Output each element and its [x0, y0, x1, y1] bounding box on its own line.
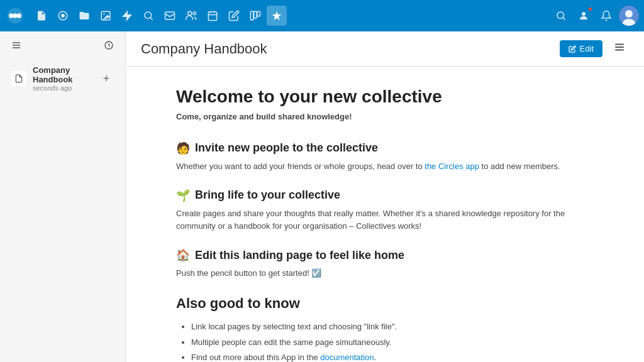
- svg-rect-14: [254, 11, 257, 18]
- page-title: Company Handbook: [141, 41, 552, 57]
- sidebar-item-name: Company Handbook: [33, 65, 92, 84]
- search-top-icon[interactable]: [551, 6, 571, 26]
- invite-emoji: 🧑: [176, 141, 190, 155]
- svg-point-3: [17, 13, 21, 18]
- list-item: Link local pages by selecting text and c…: [191, 319, 594, 335]
- collectives-icon[interactable]: [267, 6, 287, 26]
- app-layout: Company Handbook seconds ago + Company H…: [0, 31, 644, 362]
- top-navigation: [0, 0, 644, 31]
- main-content: Company Handbook Edit Welcome to your ne…: [126, 31, 644, 362]
- list-item: Find out more about this App in the docu…: [191, 350, 594, 362]
- svg-point-7: [103, 13, 104, 14]
- svg-point-16: [557, 12, 564, 19]
- main-header: Company Handbook Edit: [126, 31, 644, 67]
- sidebar-header-icons: [8, 36, 25, 54]
- notifications-icon[interactable]: [596, 6, 616, 26]
- section-edit-heading: 🏠 Edit this landing page to feel like ho…: [176, 248, 594, 262]
- sidebar-menu-icon[interactable]: [8, 36, 25, 54]
- sidebar-history-icon[interactable]: [100, 36, 118, 54]
- section-bringlife-heading: 🌱 Bring life to your collective: [176, 189, 594, 202]
- svg-rect-13: [251, 11, 254, 20]
- svg-point-10: [188, 11, 192, 15]
- bringlife-emoji: 🌱: [176, 189, 190, 202]
- handbook-page-icon: [11, 71, 26, 86]
- sidebar-header: [0, 31, 125, 59]
- also-list: Link local pages by selecting text and c…: [176, 319, 594, 362]
- folder-icon[interactable]: [74, 6, 94, 26]
- sidebar-item-handbook[interactable]: Company Handbook seconds ago +: [4, 60, 121, 97]
- svg-rect-15: [257, 11, 260, 16]
- circles-app-link[interactable]: the Circles app: [425, 162, 479, 171]
- list-item: Multiple people can edit the same page s…: [191, 335, 594, 351]
- svg-rect-9: [165, 12, 175, 19]
- profile-icon[interactable]: [574, 6, 594, 26]
- header-menu-button[interactable]: [610, 39, 629, 58]
- topnav-right: [551, 6, 639, 26]
- svg-point-17: [582, 12, 586, 16]
- home-icon[interactable]: [53, 6, 73, 26]
- edit-emoji: 🏠: [176, 248, 190, 262]
- deck-icon[interactable]: [245, 6, 265, 26]
- svg-point-1: [9, 13, 13, 18]
- activity-icon[interactable]: [117, 6, 137, 26]
- also-heading: Also good to know: [176, 295, 594, 312]
- section-invite-body: Whether you want to add your friends or …: [176, 160, 594, 173]
- files-icon[interactable]: [31, 6, 52, 26]
- photos-icon[interactable]: [96, 6, 116, 26]
- edit-label: Edit: [580, 44, 594, 53]
- page-heading: Welcome to your new collective: [176, 87, 594, 107]
- section-invite-heading: 🧑 Invite new people to the collective: [176, 141, 594, 155]
- user-avatar[interactable]: [619, 6, 639, 26]
- calendar-icon[interactable]: [203, 6, 223, 26]
- pencil-icon[interactable]: [224, 6, 244, 26]
- svg-point-2: [13, 13, 17, 18]
- contacts-icon[interactable]: [181, 6, 201, 26]
- svg-point-19: [625, 10, 633, 18]
- search-nav-icon[interactable]: [138, 6, 158, 26]
- sidebar: Company Handbook seconds ago +: [0, 31, 126, 362]
- page-content: Welcome to your new collective Come, org…: [126, 67, 644, 362]
- sidebar-add-button[interactable]: +: [99, 71, 114, 86]
- section-edit-body: Push the pencil button to get started! ☑…: [176, 267, 594, 280]
- svg-point-11: [193, 12, 196, 15]
- svg-point-8: [145, 12, 152, 19]
- nextcloud-logo[interactable]: [5, 6, 25, 26]
- documentation-link[interactable]: documentation: [320, 353, 374, 362]
- mail-icon[interactable]: [160, 6, 180, 26]
- section-bringlife-body: Create pages and share your thoughts tha…: [176, 207, 594, 234]
- sidebar-item-time: seconds ago: [33, 84, 92, 92]
- page-subtitle: Come, organize and build shared knowledg…: [176, 111, 594, 124]
- svg-rect-12: [208, 12, 217, 21]
- edit-button[interactable]: Edit: [560, 40, 602, 57]
- svg-point-4: [61, 14, 65, 18]
- sidebar-item-text: Company Handbook seconds ago: [33, 65, 92, 92]
- also-section: Also good to know Link local pages by se…: [176, 295, 594, 362]
